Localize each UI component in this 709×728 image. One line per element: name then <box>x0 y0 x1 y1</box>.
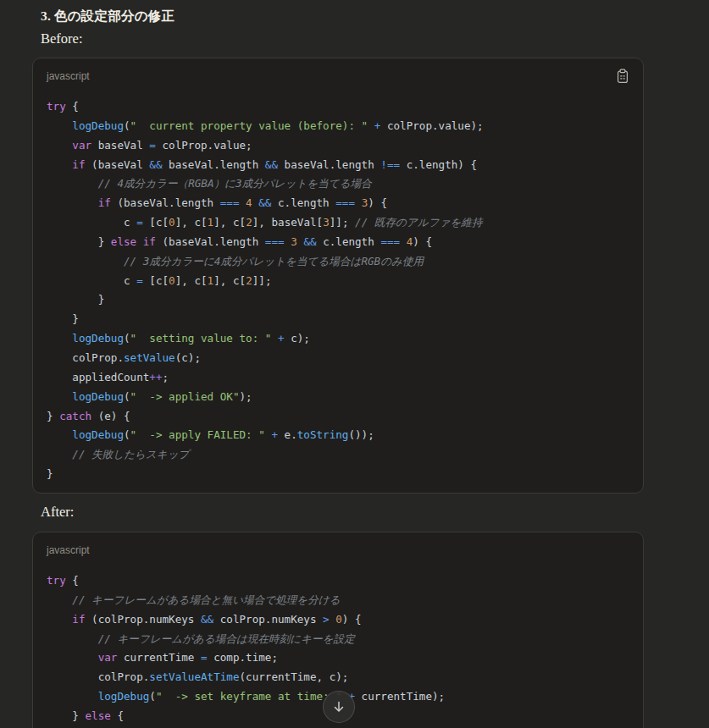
copy-code-button[interactable] <box>616 69 629 84</box>
arrow-down-icon <box>331 699 346 714</box>
scroll-to-bottom-button[interactable] <box>323 691 355 723</box>
clipboard-icon <box>616 69 629 84</box>
after-label: After: <box>41 504 74 521</box>
section-heading: 3. 色の設定部分の修正 <box>41 8 174 25</box>
code-content-before: try { logDebug(" current property value … <box>47 97 629 484</box>
code-language-label: javascript <box>47 544 90 556</box>
code-block-header: javascript <box>47 69 629 84</box>
code-block-before: javascript try { logDebug(" current prop… <box>32 58 644 494</box>
before-label: Before: <box>41 30 82 47</box>
code-block-header: javascript <box>47 543 629 558</box>
chat-transcript: 3. 色の設定部分の修正 Before: javascript try { lo… <box>0 0 709 728</box>
code-language-label: javascript <box>47 70 90 82</box>
